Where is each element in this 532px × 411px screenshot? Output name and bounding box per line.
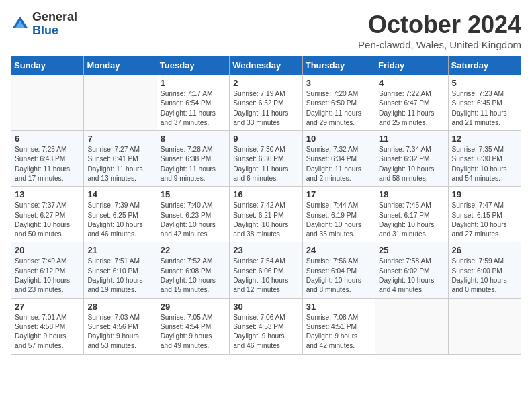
day-info: Sunrise: 7:56 AM Sunset: 6:04 PM Dayligh… (306, 257, 371, 295)
day-info: Sunrise: 7:45 AM Sunset: 6:17 PM Dayligh… (379, 201, 444, 239)
calendar-day-cell: 19Sunrise: 7:47 AM Sunset: 6:15 PM Dayli… (448, 187, 521, 242)
weekday-header-cell: Friday (375, 56, 448, 75)
calendar-week-row: 27Sunrise: 7:01 AM Sunset: 4:58 PM Dayli… (11, 298, 521, 354)
weekday-header-cell: Saturday (448, 56, 521, 75)
calendar-day-cell: 21Sunrise: 7:51 AM Sunset: 6:10 PM Dayli… (84, 242, 157, 298)
calendar-day-cell: 20Sunrise: 7:49 AM Sunset: 6:12 PM Dayli… (11, 242, 84, 298)
calendar-day-cell: 11Sunrise: 7:34 AM Sunset: 6:32 PM Dayli… (375, 131, 448, 187)
day-info: Sunrise: 7:32 AM Sunset: 6:34 PM Dayligh… (306, 145, 371, 183)
day-info: Sunrise: 7:40 AM Sunset: 6:23 PM Dayligh… (161, 201, 226, 239)
day-number: 5 (452, 78, 517, 88)
day-number: 23 (233, 245, 298, 255)
calendar-day-cell: 31Sunrise: 7:08 AM Sunset: 4:51 PM Dayli… (302, 298, 375, 354)
calendar-week-row: 20Sunrise: 7:49 AM Sunset: 6:12 PM Dayli… (11, 242, 521, 298)
day-number: 31 (306, 302, 371, 312)
calendar-day-cell: 5Sunrise: 7:23 AM Sunset: 6:45 PM Daylig… (448, 75, 521, 131)
calendar-day-cell: 17Sunrise: 7:44 AM Sunset: 6:19 PM Dayli… (302, 187, 375, 242)
day-number: 3 (306, 78, 371, 88)
day-number: 19 (452, 189, 517, 199)
day-number: 17 (306, 189, 371, 199)
day-number: 12 (452, 134, 517, 144)
calendar-week-row: 1Sunrise: 7:17 AM Sunset: 6:54 PM Daylig… (11, 75, 521, 131)
day-number: 15 (161, 189, 226, 199)
calendar-day-cell: 6Sunrise: 7:25 AM Sunset: 6:43 PM Daylig… (11, 131, 84, 187)
day-info: Sunrise: 7:27 AM Sunset: 6:41 PM Dayligh… (87, 145, 152, 183)
day-info: Sunrise: 7:58 AM Sunset: 6:02 PM Dayligh… (379, 257, 444, 295)
day-info: Sunrise: 7:23 AM Sunset: 6:45 PM Dayligh… (452, 89, 517, 128)
calendar-day-cell: 4Sunrise: 7:22 AM Sunset: 6:47 PM Daylig… (375, 75, 448, 131)
calendar-day-cell: 18Sunrise: 7:45 AM Sunset: 6:17 PM Dayli… (375, 187, 448, 242)
title-block: October 2024 Pen-clawdd, Wales, United K… (358, 11, 521, 50)
day-number: 22 (161, 245, 226, 255)
day-info: Sunrise: 7:22 AM Sunset: 6:47 PM Dayligh… (379, 89, 444, 128)
day-number: 25 (379, 245, 444, 255)
day-number: 27 (15, 302, 80, 312)
calendar-day-cell: 10Sunrise: 7:32 AM Sunset: 6:34 PM Dayli… (302, 131, 375, 187)
calendar-day-cell: 15Sunrise: 7:40 AM Sunset: 6:23 PM Dayli… (157, 187, 229, 242)
day-info: Sunrise: 7:35 AM Sunset: 6:30 PM Dayligh… (452, 145, 517, 183)
day-info: Sunrise: 7:39 AM Sunset: 6:25 PM Dayligh… (87, 201, 152, 239)
calendar-day-cell: 26Sunrise: 7:59 AM Sunset: 6:00 PM Dayli… (448, 242, 521, 298)
logo-icon (11, 15, 30, 34)
page-header: General Blue October 2024 Pen-clawdd, Wa… (11, 11, 521, 50)
calendar-day-cell: 3Sunrise: 7:20 AM Sunset: 6:50 PM Daylig… (302, 75, 375, 131)
day-info: Sunrise: 7:44 AM Sunset: 6:19 PM Dayligh… (306, 201, 371, 239)
day-number: 4 (379, 78, 444, 88)
calendar-week-row: 6Sunrise: 7:25 AM Sunset: 6:43 PM Daylig… (11, 131, 521, 187)
day-number: 7 (87, 134, 152, 144)
day-info: Sunrise: 7:30 AM Sunset: 6:36 PM Dayligh… (233, 145, 298, 183)
day-info: Sunrise: 7:06 AM Sunset: 4:53 PM Dayligh… (233, 313, 298, 351)
location: Pen-clawdd, Wales, United Kingdom (358, 39, 521, 50)
calendar-day-cell: 29Sunrise: 7:05 AM Sunset: 4:54 PM Dayli… (157, 298, 229, 354)
day-number: 11 (379, 134, 444, 144)
day-info: Sunrise: 7:01 AM Sunset: 4:58 PM Dayligh… (15, 313, 80, 351)
day-info: Sunrise: 7:49 AM Sunset: 6:12 PM Dayligh… (15, 257, 80, 295)
calendar-day-cell: 30Sunrise: 7:06 AM Sunset: 4:53 PM Dayli… (230, 298, 302, 354)
calendar-day-cell: 2Sunrise: 7:19 AM Sunset: 6:52 PM Daylig… (230, 75, 302, 131)
weekday-header-cell: Tuesday (157, 56, 229, 75)
calendar-day-cell: 12Sunrise: 7:35 AM Sunset: 6:30 PM Dayli… (448, 131, 521, 187)
day-info: Sunrise: 7:25 AM Sunset: 6:43 PM Dayligh… (15, 145, 80, 183)
day-info: Sunrise: 7:54 AM Sunset: 6:06 PM Dayligh… (233, 257, 298, 295)
day-info: Sunrise: 7:08 AM Sunset: 4:51 PM Dayligh… (306, 313, 371, 351)
day-number: 9 (233, 134, 298, 144)
calendar-day-cell: 1Sunrise: 7:17 AM Sunset: 6:54 PM Daylig… (157, 75, 229, 131)
day-number: 10 (306, 134, 371, 144)
calendar-day-cell: 27Sunrise: 7:01 AM Sunset: 4:58 PM Dayli… (11, 298, 84, 354)
weekday-header-cell: Wednesday (230, 56, 302, 75)
calendar-day-cell (11, 75, 84, 131)
day-info: Sunrise: 7:59 AM Sunset: 6:00 PM Dayligh… (452, 257, 517, 295)
day-info: Sunrise: 7:51 AM Sunset: 6:10 PM Dayligh… (87, 257, 152, 295)
calendar-day-cell: 13Sunrise: 7:37 AM Sunset: 6:27 PM Dayli… (11, 187, 84, 242)
weekday-header-row: SundayMondayTuesdayWednesdayThursdayFrid… (11, 56, 521, 75)
day-number: 21 (87, 245, 152, 255)
weekday-header-cell: Monday (84, 56, 157, 75)
calendar-day-cell (375, 298, 448, 354)
weekday-header-cell: Thursday (302, 56, 375, 75)
calendar-day-cell (84, 75, 157, 131)
calendar-day-cell: 22Sunrise: 7:52 AM Sunset: 6:08 PM Dayli… (157, 242, 229, 298)
day-number: 2 (233, 78, 298, 88)
calendar-body: 1Sunrise: 7:17 AM Sunset: 6:54 PM Daylig… (11, 75, 521, 355)
calendar-day-cell: 24Sunrise: 7:56 AM Sunset: 6:04 PM Dayli… (302, 242, 375, 298)
day-info: Sunrise: 7:05 AM Sunset: 4:54 PM Dayligh… (161, 313, 226, 351)
day-info: Sunrise: 7:28 AM Sunset: 6:38 PM Dayligh… (161, 145, 226, 183)
day-info: Sunrise: 7:37 AM Sunset: 6:27 PM Dayligh… (15, 201, 80, 239)
day-info: Sunrise: 7:52 AM Sunset: 6:08 PM Dayligh… (161, 257, 226, 295)
day-number: 26 (452, 245, 517, 255)
day-number: 14 (87, 189, 152, 199)
day-number: 8 (161, 134, 226, 144)
logo: General Blue (11, 11, 77, 38)
calendar-table: SundayMondayTuesdayWednesdayThursdayFrid… (11, 56, 521, 355)
calendar-day-cell: 28Sunrise: 7:03 AM Sunset: 4:56 PM Dayli… (84, 298, 157, 354)
day-number: 24 (306, 245, 371, 255)
calendar-week-row: 13Sunrise: 7:37 AM Sunset: 6:27 PM Dayli… (11, 187, 521, 242)
month-title: October 2024 (358, 11, 521, 39)
calendar-day-cell: 7Sunrise: 7:27 AM Sunset: 6:41 PM Daylig… (84, 131, 157, 187)
day-info: Sunrise: 7:03 AM Sunset: 4:56 PM Dayligh… (87, 313, 152, 351)
day-number: 29 (161, 302, 226, 312)
weekday-header-cell: Sunday (11, 56, 84, 75)
day-number: 1 (161, 78, 226, 88)
day-number: 13 (15, 189, 80, 199)
logo-text: General Blue (32, 11, 77, 38)
